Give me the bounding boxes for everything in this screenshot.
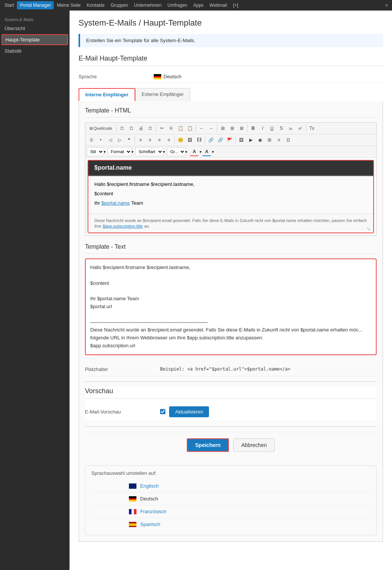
close-icon[interactable]: × xyxy=(383,2,390,9)
paste-button[interactable]: 📋 xyxy=(176,124,185,133)
subscription-link[interactable]: $app.subscription.title xyxy=(103,224,143,228)
resize-icon[interactable]: ⤡ xyxy=(366,226,372,231)
ordered-list-button[interactable]: ① xyxy=(87,135,96,144)
quellcode-button[interactable]: ⊞ Quellcode xyxy=(87,124,115,133)
format-select[interactable]: Format xyxy=(107,147,132,156)
lang-row-english: Englisch xyxy=(91,480,370,492)
special-char-button[interactable]: ◉ xyxy=(256,135,265,144)
template-button[interactable]: 🗋 xyxy=(127,124,136,133)
indent-button[interactable]: ▷ xyxy=(115,135,124,144)
strikethrough-button[interactable]: S xyxy=(277,124,286,133)
nav-apps[interactable]: Apps xyxy=(190,1,206,9)
flag-es-icon xyxy=(129,520,136,528)
flag-de-icon xyxy=(129,495,136,503)
undo-button[interactable]: ← xyxy=(197,124,206,133)
cut-button[interactable]: ✂ xyxy=(157,124,166,133)
clear-format-button[interactable]: Tx xyxy=(307,124,316,133)
italic-button[interactable]: I xyxy=(258,124,267,133)
aktualisieren-button[interactable]: Aktualisieren xyxy=(169,406,209,417)
new-doc-button[interactable]: 🗋 xyxy=(118,124,127,133)
main-layout: System-E-Mails Übersicht Haupt-Template … xyxy=(0,11,392,570)
image-button[interactable]: 🖼 xyxy=(185,135,194,144)
find-button[interactable]: ⊞ xyxy=(218,124,227,133)
action-buttons: Speichern Abbrechen xyxy=(85,432,377,458)
nav-umfragen[interactable]: Umfragen xyxy=(165,1,191,9)
table-button[interactable]: ⊞ xyxy=(265,135,274,144)
font-color-button[interactable]: A xyxy=(190,147,199,156)
align-center-button[interactable]: ≡ xyxy=(145,135,154,144)
unlink-button[interactable]: 🔗 xyxy=(216,135,225,144)
bg-color-button[interactable]: A xyxy=(202,147,211,156)
tab-externe-empfaenger[interactable]: Externe Empfänger xyxy=(135,88,190,101)
email-template-section: E-Mail Haupt-Template Sprache Deutsch In… xyxy=(79,55,383,542)
hr-button[interactable]: ≡ xyxy=(274,135,283,144)
groesse-select[interactable]: Gr... xyxy=(167,147,186,156)
save-button[interactable]: Speichern xyxy=(187,438,229,452)
nav-webmail[interactable]: Webmail xyxy=(207,1,230,9)
toolbar-row-2: ① • ◁ ▷ ❝ ≡ ≡ ≡ ≡ 😊 🖼 xyxy=(85,134,376,146)
insert-image-button[interactable]: 🖼 xyxy=(237,135,246,144)
lang-french[interactable]: Französisch xyxy=(140,509,185,514)
cancel-button[interactable]: Abbrechen xyxy=(233,438,275,452)
lang-english[interactable]: Englisch xyxy=(140,483,185,489)
paste-text-button[interactable]: 📋 xyxy=(186,124,195,133)
superscript-button[interactable]: x² xyxy=(296,124,305,133)
align-left-button[interactable]: ≡ xyxy=(136,135,145,144)
media-button[interactable]: 🎞 xyxy=(195,135,204,144)
email-vorschau-checkbox[interactable] xyxy=(160,409,165,414)
sprache-label: Sprache xyxy=(79,74,154,79)
chevron-bgcolor-icon: ▾ xyxy=(212,150,214,154)
link-button[interactable]: 🔗 xyxy=(206,135,215,144)
flag-uk-icon xyxy=(129,482,136,490)
align-right-button[interactable]: ≡ xyxy=(155,135,164,144)
video-button[interactable]: ▶ xyxy=(246,135,255,144)
text-line1: Hallo $recipient.firstname $recipient.la… xyxy=(90,264,371,272)
sidebar-item-statistik[interactable]: Statistik xyxy=(0,46,70,56)
tab-interne-empfaenger[interactable]: Interne Empfänger xyxy=(79,88,135,101)
nav-start[interactable]: Start xyxy=(2,1,17,9)
emoticon-button[interactable]: 😊 xyxy=(176,135,185,144)
nav-portal-manager[interactable]: Portal Manager xyxy=(17,1,54,9)
stil-select[interactable]: Stil xyxy=(87,147,104,156)
sidebar-item-haupt-template[interactable]: Haupt-Template xyxy=(2,34,68,45)
nav-meine-seite[interactable]: Meine Seite xyxy=(54,1,83,9)
template-text-title: Template - Text xyxy=(85,243,377,254)
nav-plus[interactable]: [+] xyxy=(230,1,241,9)
portal-name-link[interactable]: $portal.name xyxy=(101,200,130,206)
email-vorschau-label: E-Mail-Vorschau xyxy=(85,409,160,415)
redo-button[interactable]: → xyxy=(207,124,216,133)
email-preview-header: $portal.name xyxy=(88,161,373,175)
text-template-editor[interactable]: Hallo $recipient.firstname $recipient.la… xyxy=(85,258,377,355)
print-button[interactable]: 🖨 xyxy=(136,124,145,133)
select-all-button[interactable]: ⊞ xyxy=(228,124,237,133)
es-flag xyxy=(129,522,136,527)
footer-suffix: an. xyxy=(144,224,150,228)
sprache-row: Sprache Deutsch xyxy=(79,71,383,83)
align-justify-button[interactable]: ≡ xyxy=(164,135,173,144)
outdent-button[interactable]: ◁ xyxy=(106,135,115,144)
nav-gruppen[interactable]: Gruppen xyxy=(107,1,131,9)
sidebar-group-label: System-E-Mails xyxy=(0,14,70,23)
copy-button[interactable]: ⎘ xyxy=(167,124,176,133)
chevron-schriftart-icon: ▾ xyxy=(163,150,165,154)
bold-button[interactable]: B xyxy=(249,124,258,133)
flag-fr-icon xyxy=(129,508,136,515)
schriftart-select[interactable]: Schriftart xyxy=(135,147,163,156)
nav-unternehmen[interactable]: Unternehmen xyxy=(131,1,165,9)
subscript-button[interactable]: x₂ xyxy=(286,124,295,133)
omega-button[interactable]: Ω xyxy=(284,135,293,144)
body-greeting: Hallo $recipient.firstname $recipient.la… xyxy=(94,181,367,187)
sidebar-item-uebersicht[interactable]: Übersicht xyxy=(0,23,70,33)
lang-spanish[interactable]: Spanisch xyxy=(140,521,185,527)
text-line4: $portal.url xyxy=(90,303,371,311)
email-preview-body[interactable]: Hallo $recipient.firstname $recipient.la… xyxy=(88,176,373,214)
html-editor-content-wrapper: $portal.name Hallo $recipient.firstname … xyxy=(88,160,374,233)
anchor-button[interactable]: 🚩 xyxy=(225,135,234,144)
uk-flag xyxy=(129,483,136,489)
spell-button[interactable]: ⊞ xyxy=(237,124,246,133)
underline-button[interactable]: U xyxy=(268,124,277,133)
unordered-list-button[interactable]: • xyxy=(96,135,105,144)
save-doc-button[interactable]: 🗋 xyxy=(146,124,155,133)
blockquote-button[interactable]: ❝ xyxy=(124,135,133,144)
nav-kontakte[interactable]: Kontakte xyxy=(84,1,107,9)
